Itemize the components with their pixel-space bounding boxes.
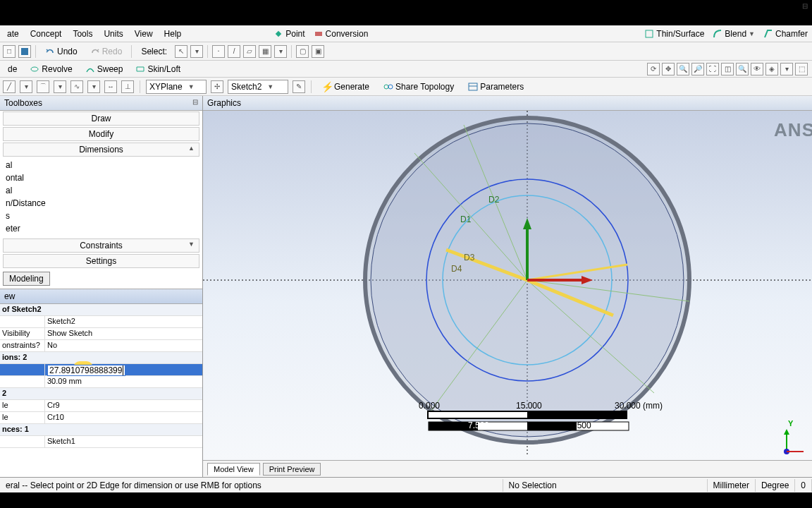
prop-d4-value[interactable]: 30.09 mm [45, 376, 202, 387]
new-icon[interactable]: □ [3, 45, 16, 58]
plane-dropdown[interactable]: XYPlane▼ [146, 80, 207, 94]
spline-icon[interactable]: ∿ [70, 80, 83, 93]
refresh-icon[interactable]: ⟳ [647, 63, 660, 75]
pin-icon[interactable]: ⊟ [802, 2, 808, 10]
skinloft-button[interactable]: Skin/Loft [130, 62, 185, 76]
extrude-button[interactable]: de [3, 62, 22, 76]
triad[interactable]: Y [780, 428, 808, 456]
share-topology-icon [383, 82, 393, 92]
prop-constraints-value[interactable]: No [45, 340, 202, 351]
menu-create[interactable]: ate [1, 27, 25, 41]
tool-thin-surface[interactable]: Thin/Surface [640, 28, 708, 40]
prop-name-value[interactable]: Sketch2 [45, 316, 202, 327]
select-cursor-icon[interactable]: ↖ [175, 45, 187, 58]
svg-text:0.000: 0.000 [419, 401, 440, 411]
arc-icon[interactable]: ⌒ [37, 80, 49, 93]
status-message: eral -- Select point or 2D Edge for dime… [0, 479, 503, 492]
filter-edge-icon[interactable]: / [228, 45, 240, 58]
menu-view[interactable]: View [129, 27, 159, 41]
prop-cr10-value[interactable]: Cr10 [45, 412, 202, 423]
label: Conversion [326, 29, 369, 39]
filter-dropdown-icon[interactable]: ▾ [274, 45, 287, 58]
dim-general[interactable]: al [3, 159, 199, 171]
menu-help[interactable]: Help [159, 27, 187, 41]
zoom-in-icon[interactable]: 🔍 [677, 63, 689, 75]
toolbar-standard: □ Undo Redo Select: ↖ ▾ ⬝ / ▱ ▦ ▾ ▢ ▣ [0, 42, 812, 61]
extend-select-icon[interactable]: ▣ [312, 45, 324, 58]
dim-vertical[interactable]: al [3, 184, 199, 197]
prop-ref-value[interactable]: Sketch1 [45, 436, 202, 447]
dim-horizontal[interactable]: ontal [3, 171, 199, 184]
tool-conversion[interactable]: Conversion [309, 28, 373, 40]
filter-point-icon[interactable]: ⬝ [212, 45, 225, 58]
tool-point[interactable]: Point [269, 28, 309, 40]
new-sketch-icon[interactable]: ✎ [293, 80, 305, 93]
tab-model-view[interactable]: Model View [207, 463, 260, 476]
left-panel: Toolboxes⊟ Draw Modify Dimensions ▲ al o… [0, 96, 203, 477]
constraint-icon[interactable]: ⊥ [121, 80, 134, 93]
accordion-draw[interactable]: Draw [3, 111, 199, 126]
dim-radius[interactable]: s [3, 210, 199, 222]
arc-dd-icon[interactable]: ▾ [54, 80, 66, 93]
prop-d3-value[interactable]: 27.8910798888399 [45, 364, 202, 375]
zoom-fit-icon[interactable]: ⛶ [706, 63, 719, 75]
dimensions-list: al ontal al n/Distance s eter [0, 157, 202, 238]
accordion-modify[interactable]: Modify [3, 127, 199, 141]
wireframe-icon[interactable]: ⬚ [795, 63, 808, 75]
toolboxes-title: Toolboxes⊟ [0, 96, 202, 111]
magnify-icon[interactable]: 🔍 [736, 63, 749, 75]
svg-text:D4: D4 [451, 264, 462, 274]
new-plane-icon[interactable]: ✢ [211, 80, 223, 93]
prop-visibility-value[interactable]: Show Sketch [45, 328, 202, 339]
sketch-dropdown[interactable]: Sketch2▼ [228, 80, 288, 94]
pan-icon[interactable]: ✥ [662, 63, 675, 75]
tab-print-preview[interactable]: Print Preview [263, 463, 321, 476]
line-dd-icon[interactable]: ▾ [20, 80, 32, 93]
tool-blend[interactable]: Blend ▼ [708, 28, 759, 40]
menu-tools[interactable]: Tools [67, 27, 98, 41]
modeling-tab[interactable]: Modeling [3, 272, 50, 286]
accordion-dimensions[interactable]: Dimensions ▲ [3, 143, 199, 157]
display-mode-icon[interactable]: ▾ [780, 63, 793, 75]
thin-surface-icon [644, 29, 654, 39]
toolbar-sketch: ╱ ▾ ⌒ ▾ ∿ ▾ ↔ ⊥ XYPlane▼ ✢ Sketch2▼ ✎ ⚡ … [0, 78, 812, 96]
graphics-canvas[interactable]: ANS [203, 111, 812, 460]
tool-chamfer[interactable]: Chamfer [759, 28, 812, 40]
conversion-icon [314, 29, 324, 39]
menu-units[interactable]: Units [98, 27, 128, 41]
accordion-settings[interactable]: Settings [3, 254, 199, 268]
dim-diameter[interactable]: eter [3, 222, 199, 235]
generate-icon: ⚡ [322, 82, 332, 92]
line-icon[interactable]: ╱ [3, 80, 16, 93]
dim-icon[interactable]: ↔ [104, 80, 117, 93]
accordion-constraints[interactable]: Constraints ▼ [3, 238, 199, 253]
parameters-icon [468, 82, 478, 92]
details-grid: of Sketch2 Sketch2 VisibilityShow Sketch… [0, 304, 202, 477]
filter-body-icon[interactable]: ▦ [259, 45, 271, 58]
filter-face-icon[interactable]: ▱ [243, 45, 256, 58]
pin-icon[interactable]: ⊟ [192, 98, 198, 106]
status-bar: eral -- Select point or 2D Edge for dime… [0, 477, 812, 492]
iso-view-icon[interactable]: ◈ [765, 63, 778, 75]
select-mode-icon[interactable]: ▾ [190, 45, 203, 58]
svg-point-5 [384, 85, 388, 89]
dim-length[interactable]: n/Distance [3, 197, 199, 210]
spline-dd-icon[interactable]: ▾ [87, 80, 100, 93]
prop-cr9-value[interactable]: Cr9 [45, 400, 202, 411]
skinloft-icon [135, 64, 145, 74]
zoom-box-icon[interactable]: ◫ [721, 63, 734, 75]
save-icon[interactable] [18, 45, 31, 58]
box-select-icon[interactable]: ▢ [296, 45, 309, 58]
status-unit-length: Millimeter [708, 479, 756, 492]
generate-button[interactable]: ⚡ Generate [317, 80, 374, 94]
menu-concept[interactable]: Concept [25, 27, 68, 41]
undo-button[interactable]: Undo [40, 44, 82, 59]
zoom-out-icon[interactable]: 🔎 [691, 63, 704, 75]
look-at-icon[interactable]: 👁 [751, 63, 763, 75]
revolve-button[interactable]: Revolve [25, 62, 77, 76]
parameters-button[interactable]: Parameters [463, 80, 529, 94]
sweep-button[interactable]: Sweep [80, 62, 128, 76]
share-topology-button[interactable]: Share Topology [379, 80, 459, 94]
redo-button[interactable]: Redo [85, 44, 128, 59]
label: Chamfer [775, 29, 808, 39]
